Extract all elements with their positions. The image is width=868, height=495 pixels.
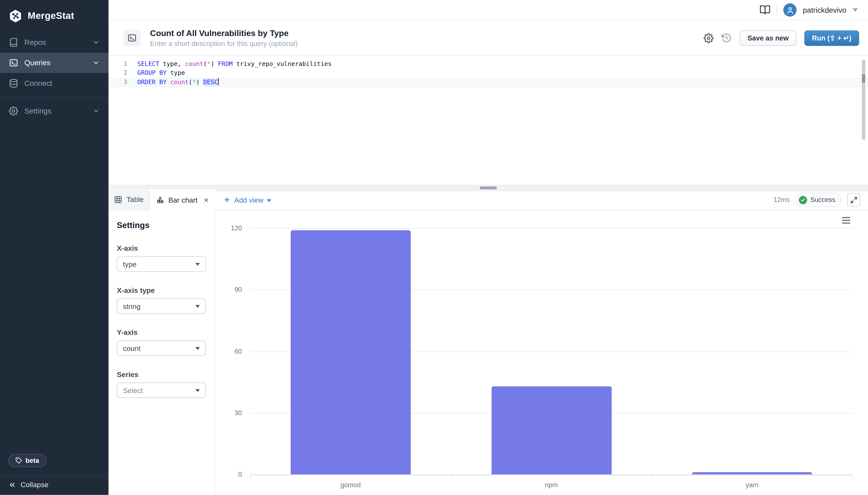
- splitter-drag-handle[interactable]: [480, 186, 497, 189]
- terminal-icon: [9, 58, 18, 67]
- editor-scrollbar-thumb[interactable]: [862, 74, 865, 82]
- save-as-new-button[interactable]: Save as new: [740, 30, 796, 46]
- bar-chart-canvas: 0306090120gomodnpmyarn: [215, 210, 868, 495]
- line-number: 1: [108, 60, 127, 69]
- query-settings-gear-icon[interactable]: [704, 33, 714, 43]
- x-axis-select[interactable]: type: [117, 256, 206, 272]
- line-number: 3: [108, 78, 127, 87]
- sidebar-item-label: Connect: [24, 79, 52, 87]
- beta-badge: beta: [8, 454, 46, 467]
- y-axis-label: Y-axis: [117, 328, 206, 337]
- x-axis-type-select[interactable]: string: [117, 298, 206, 314]
- y-axis-label-0: 0: [220, 471, 242, 478]
- y-axis-label-30: 30: [220, 409, 242, 417]
- avatar[interactable]: [783, 3, 797, 17]
- main-area: patrickdevivo Count of All Vulnerabiliti…: [108, 0, 868, 495]
- series-label: Series: [117, 371, 206, 379]
- tab-table[interactable]: Table: [108, 189, 150, 210]
- beta-label: beta: [25, 457, 39, 465]
- add-view-caret-icon: [267, 199, 271, 202]
- query-history-icon[interactable]: [721, 33, 732, 43]
- chart-menu-icon[interactable]: [842, 217, 850, 224]
- add-view-button[interactable]: Add view: [215, 189, 271, 210]
- sidebar-item-label: Settings: [24, 107, 51, 115]
- bar-gomod[interactable]: [291, 230, 411, 475]
- sidebar-item-label: Repos: [24, 38, 46, 46]
- x-axis-label: X-axis: [117, 244, 206, 252]
- y-axis-label-60: 60: [220, 347, 242, 355]
- app-viewport: MergeStat ReposQueriesConnectSettings be…: [0, 0, 868, 495]
- tab-table-label: Table: [126, 195, 144, 204]
- text-cursor: [218, 78, 219, 85]
- query-duration: 12ms: [773, 196, 790, 204]
- close-tab-icon[interactable]: [203, 197, 209, 203]
- chart-settings-panel: Settings X-axistypeX-axis typestringY-ax…: [108, 210, 215, 495]
- database-icon: [9, 79, 18, 88]
- app-title: MergeStat: [28, 11, 74, 22]
- sidebar-item-connect[interactable]: Connect: [0, 73, 108, 93]
- select-value: count: [123, 344, 140, 353]
- line-number: 2: [108, 69, 127, 78]
- sidebar-item-queries[interactable]: Queries: [0, 53, 108, 73]
- select-value: type: [123, 260, 136, 268]
- collapse-label: Collapse: [20, 481, 49, 489]
- code-line-2[interactable]: 2GROUP BY type: [108, 69, 868, 78]
- sidebar-item-label: Queries: [24, 59, 51, 67]
- book-icon: [9, 38, 18, 47]
- run-button[interactable]: Run (⇧ + ↵): [804, 30, 859, 46]
- bar-npm[interactable]: [491, 386, 611, 475]
- x-axis-label-npm: npm: [545, 481, 558, 489]
- results-section: Table Bar chart: [108, 189, 868, 495]
- tab-bar-chart[interactable]: Bar chart: [150, 189, 215, 210]
- code-line-1[interactable]: 1SELECT type, count(*) FROM trivy_repo_v…: [108, 60, 868, 69]
- select-caret-icon: [195, 305, 200, 307]
- y-axis-select[interactable]: count: [117, 341, 206, 356]
- user-menu-caret-icon[interactable]: [852, 8, 858, 12]
- x-axis-tick: [250, 476, 251, 478]
- code-text: SELECT type, count(*) FROM trivy_repo_vu…: [127, 60, 331, 69]
- sql-editor[interactable]: 1SELECT type, count(*) FROM trivy_repo_v…: [108, 56, 868, 185]
- collapse-button[interactable]: Collapse: [0, 475, 108, 495]
- tag-icon: [16, 457, 22, 464]
- topbar: patrickdevivo: [108, 0, 868, 20]
- x-axis-tick: [451, 476, 452, 478]
- x-axis-tick: [652, 476, 652, 478]
- editor-scrollbar-track[interactable]: [862, 60, 865, 139]
- x-axis-label-yarn: yarn: [746, 481, 759, 489]
- logo[interactable]: MergeStat: [0, 0, 108, 32]
- status-badge: Success: [795, 193, 841, 207]
- x-axis-tick: [852, 476, 853, 478]
- x-axis-line: [250, 475, 852, 476]
- select-caret-icon: [195, 263, 200, 266]
- bar-yarn[interactable]: [692, 472, 812, 474]
- sidebar-item-settings[interactable]: Settings: [0, 101, 108, 121]
- table-icon: [114, 195, 122, 204]
- success-check-icon: [799, 195, 807, 204]
- view-tabbar: Table Bar chart: [108, 189, 868, 210]
- chevron-down-icon: [92, 39, 100, 46]
- tab-bar-chart-label: Bar chart: [168, 195, 198, 204]
- series-select[interactable]: Select: [117, 382, 206, 398]
- code-text: ORDER BY count(*) DESC: [127, 78, 219, 87]
- gear-icon: [9, 106, 18, 116]
- sidebar-item-repos[interactable]: Repos: [0, 32, 108, 53]
- terminal-icon: [127, 33, 137, 42]
- code-line-3[interactable]: 3ORDER BY count(*) DESC: [108, 78, 868, 87]
- gridline-120: [250, 228, 852, 229]
- add-view-label: Add view: [234, 195, 263, 204]
- query-description-placeholder[interactable]: Enter a short description for this query…: [150, 40, 298, 48]
- expand-results-button[interactable]: [847, 193, 861, 207]
- x-axis-label-gomod: gomod: [340, 481, 361, 489]
- username[interactable]: patrickdevivo: [803, 6, 846, 14]
- chevron-down-icon: [92, 107, 100, 115]
- topbar-divider: [777, 4, 778, 16]
- chevron-down-icon: [92, 59, 100, 67]
- query-header: Count of All Vulnerabilities by Type Ent…: [108, 20, 868, 56]
- sidebar: MergeStat ReposQueriesConnectSettings be…: [0, 0, 108, 495]
- code-text: GROUP BY type: [127, 69, 185, 78]
- plus-icon: [223, 196, 231, 204]
- query-title[interactable]: Count of All Vulnerabilities by Type: [150, 28, 298, 37]
- select-value: Select: [123, 386, 143, 394]
- docs-book-icon[interactable]: [760, 4, 771, 16]
- status-label: Success: [810, 196, 835, 204]
